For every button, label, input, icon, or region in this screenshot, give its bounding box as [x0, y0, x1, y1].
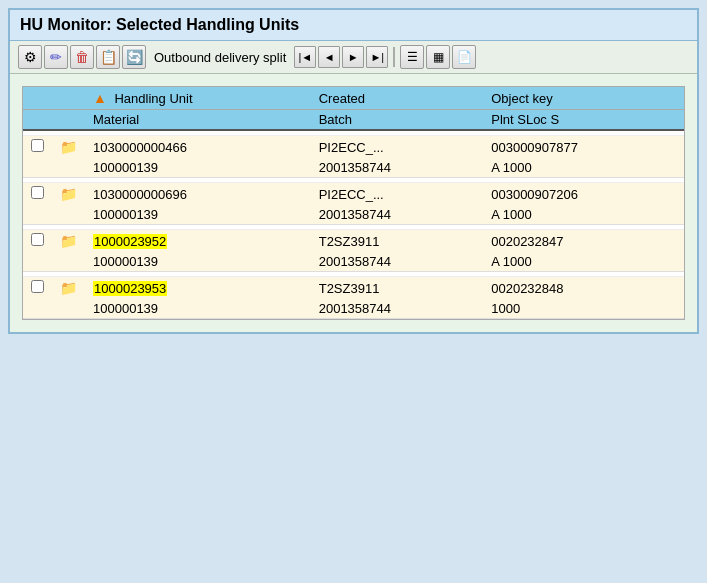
edit-icon: ✏ [50, 49, 62, 65]
sort-icon: ▲ [93, 90, 107, 106]
grid-icon: ▦ [433, 50, 444, 64]
row4-checkbox[interactable] [31, 280, 44, 293]
row4-object-key: 0020232848 [483, 277, 684, 300]
row2-hu: 1030000000696 [85, 183, 311, 206]
nav-prev-icon: ◄ [324, 51, 335, 63]
toolbar-separator [393, 47, 395, 67]
toolbar: ⚙ ✏ 🗑 📋 🔄 Outbound delivery split |◄ ◄ ►… [10, 41, 697, 74]
details-icon: 📄 [457, 50, 472, 64]
row1-batch: 2001358744 [311, 158, 484, 178]
header-created: Created [311, 87, 484, 110]
table-header-row-2: Material Batch Plnt SLoc S [23, 110, 684, 131]
row3s-checkbox-cell [23, 252, 52, 272]
header-material: Material [85, 110, 311, 131]
table-row: 📁 1030000000696 PI2ECC_... 003000907206 [23, 183, 684, 206]
nav-first-icon: |◄ [298, 51, 312, 63]
row3-object-key: 0020232847 [483, 230, 684, 253]
nav-prev-button[interactable]: ◄ [318, 46, 340, 68]
row3-batch: 2001358744 [311, 252, 484, 272]
table-header-row-1: ▲ Handling Unit Created Object key [23, 87, 684, 110]
refresh-icon: 🔄 [126, 49, 143, 65]
row3-hu: 1000023952 [85, 230, 311, 253]
header-plnt-sloc: Plnt SLoc S [483, 110, 684, 131]
row1-plnt-sloc: A 1000 [483, 158, 684, 178]
row1s-checkbox-cell [23, 158, 52, 178]
row2-checkbox-cell [23, 183, 52, 206]
row2-object-key: 003000907206 [483, 183, 684, 206]
table-row: 100000139 2001358744 1000 [23, 299, 684, 319]
window-title: HU Monitor: Selected Handling Units [20, 16, 687, 34]
row2-batch: 2001358744 [311, 205, 484, 225]
row4-batch: 2001358744 [311, 299, 484, 319]
table-row: 100000139 2001358744 A 1000 [23, 205, 684, 225]
row2-material: 100000139 [85, 205, 311, 225]
table-row: 📁 1000023953 T2SZ3911 0020232848 [23, 277, 684, 300]
row3-checkbox[interactable] [31, 233, 44, 246]
document-button[interactable]: 📋 [96, 45, 120, 69]
details-icon-button[interactable]: 📄 [452, 45, 476, 69]
row3-folder-cell: 📁 [52, 230, 85, 253]
row2s-folder-cell [52, 205, 85, 225]
folder-icon: 📁 [60, 139, 77, 155]
settings-button[interactable]: ⚙ [18, 45, 42, 69]
list-icon-button[interactable]: ☰ [400, 45, 424, 69]
row2-folder-cell: 📁 [52, 183, 85, 206]
row1-checkbox-cell [23, 136, 52, 159]
row2-plnt-sloc: A 1000 [483, 205, 684, 225]
header-checkbox-col [23, 87, 85, 110]
row1-hu: 1030000000466 [85, 136, 311, 159]
settings-icon: ⚙ [24, 49, 37, 65]
nav-last-icon: ►| [370, 51, 384, 63]
header-object-key: Object key [483, 87, 684, 110]
title-bar: HU Monitor: Selected Handling Units [10, 10, 697, 41]
nav-next-icon: ► [348, 51, 359, 63]
header-handling-unit: ▲ Handling Unit [85, 87, 311, 110]
row3-plnt-sloc: A 1000 [483, 252, 684, 272]
row4s-checkbox-cell [23, 299, 52, 319]
content-area: ▲ Handling Unit Created Object key Mater… [10, 74, 697, 332]
row1-checkbox[interactable] [31, 139, 44, 152]
row1-folder-cell: 📁 [52, 136, 85, 159]
table-row: 📁 1000023952 T2SZ3911 0020232847 [23, 230, 684, 253]
document-icon: 📋 [100, 49, 117, 65]
nav-next-button[interactable]: ► [342, 46, 364, 68]
row4-checkbox-cell [23, 277, 52, 300]
row2s-checkbox-cell [23, 205, 52, 225]
row4-plnt-sloc: 1000 [483, 299, 684, 319]
delete-button[interactable]: 🗑 [70, 45, 94, 69]
folder-icon: 📁 [60, 186, 77, 202]
row4-folder-cell: 📁 [52, 277, 85, 300]
refresh-button[interactable]: 🔄 [122, 45, 146, 69]
row1-object-key: 003000907877 [483, 136, 684, 159]
row1s-folder-cell [52, 158, 85, 178]
handling-units-table: ▲ Handling Unit Created Object key Mater… [23, 87, 684, 319]
outbound-delivery-label: Outbound delivery split [154, 50, 286, 65]
row3-checkbox-cell [23, 230, 52, 253]
main-window: HU Monitor: Selected Handling Units ⚙ ✏ … [8, 8, 699, 334]
list-icon: ☰ [407, 50, 418, 64]
folder-icon: 📁 [60, 233, 77, 249]
row3-created: T2SZ3911 [311, 230, 484, 253]
nav-last-button[interactable]: ►| [366, 46, 388, 68]
table-container: ▲ Handling Unit Created Object key Mater… [22, 86, 685, 320]
row1-material: 100000139 [85, 158, 311, 178]
header-checkbox-col-2 [23, 110, 85, 131]
row4-created: T2SZ3911 [311, 277, 484, 300]
folder-icon: 📁 [60, 280, 77, 296]
row4-hu: 1000023953 [85, 277, 311, 300]
edit-button[interactable]: ✏ [44, 45, 68, 69]
row2-created: PI2ECC_... [311, 183, 484, 206]
grid-icon-button[interactable]: ▦ [426, 45, 450, 69]
row1-created: PI2ECC_... [311, 136, 484, 159]
table-row: 100000139 2001358744 A 1000 [23, 158, 684, 178]
row3-material: 100000139 [85, 252, 311, 272]
table-row: 100000139 2001358744 A 1000 [23, 252, 684, 272]
nav-first-button[interactable]: |◄ [294, 46, 316, 68]
row3s-folder-cell [52, 252, 85, 272]
table-row: 📁 1030000000466 PI2ECC_... 003000907877 [23, 136, 684, 159]
header-batch: Batch [311, 110, 484, 131]
delete-icon: 🗑 [75, 49, 89, 65]
row4s-folder-cell [52, 299, 85, 319]
row4-material: 100000139 [85, 299, 311, 319]
row2-checkbox[interactable] [31, 186, 44, 199]
